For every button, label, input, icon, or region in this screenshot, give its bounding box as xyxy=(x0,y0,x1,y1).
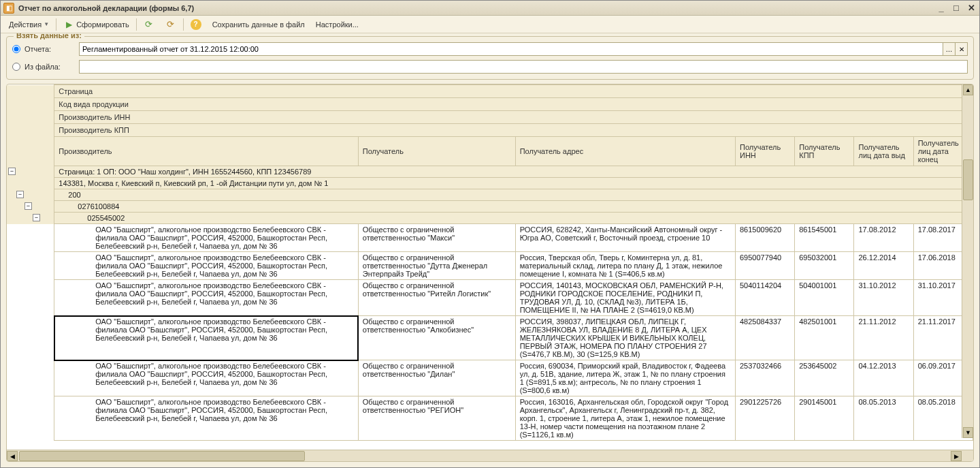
date-issued-cell[interactable]: 17.08.2012 xyxy=(854,224,913,252)
header-producer-kpp: Производитель КПП xyxy=(54,124,973,137)
form-label: Сформировать xyxy=(76,20,129,29)
data-grid: Страница Код вида продукции Производител… xyxy=(6,84,974,462)
header-page: Страница xyxy=(54,85,973,98)
header-recipient[interactable]: Получатель xyxy=(358,137,515,166)
recipient-cell[interactable]: Общество с ограниченной ответственностью… xyxy=(358,316,515,360)
window-title: Отчет по алкогольной декларации (формы 6… xyxy=(18,4,936,12)
help-button[interactable]: ? xyxy=(186,18,206,31)
inn-cell[interactable]: 2537032466 xyxy=(736,360,795,396)
addr-cell[interactable]: Россия, 690034, Приморский край, Владиво… xyxy=(515,360,735,396)
settings-label: Настройки... xyxy=(316,20,359,29)
header-producer[interactable]: Производитель xyxy=(54,137,358,166)
content-area: Взять данные из: Отчета: … ✕ Из файла: xyxy=(1,33,979,467)
producer-cell[interactable]: ОАО "Башспирт", алкогольное производство… xyxy=(54,224,358,252)
chevron-down-icon: ▼ xyxy=(44,21,49,27)
minimize-button[interactable]: _ xyxy=(936,3,947,14)
table-row[interactable]: ОАО "Башспирт", алкогольное производство… xyxy=(7,360,973,396)
radio-report[interactable] xyxy=(12,45,20,53)
tree-toggle[interactable]: − xyxy=(8,168,16,175)
separator xyxy=(136,18,137,31)
inn-cell[interactable]: 2901225726 xyxy=(736,396,795,441)
kpp-cell[interactable]: 695032001 xyxy=(795,252,854,280)
producer-cell[interactable]: ОАО "Башспирт", алкогольное производство… xyxy=(54,280,358,316)
header-recipient-inn[interactable]: Получатель ИНН xyxy=(736,137,795,166)
inn-cell[interactable]: 6950077940 xyxy=(736,252,795,280)
addr-cell[interactable]: РОССИЯ, 628242, Ханты-Мансийский Автоном… xyxy=(515,224,735,252)
addr-cell[interactable]: РОССИЯ, 140143, МОСКОВСКАЯ ОБЛ, РАМЕНСКИ… xyxy=(515,280,735,316)
date-issued-cell[interactable]: 31.10.2012 xyxy=(854,280,913,316)
refresh-2-button[interactable]: ⟳ xyxy=(161,18,180,31)
scroll-right-arrow[interactable]: ▶ xyxy=(951,451,962,461)
file-input[interactable] xyxy=(79,60,968,74)
group-code: 200 xyxy=(54,189,973,201)
kpp-cell[interactable]: 504001001 xyxy=(795,280,854,316)
titlebar: ◧ Отчет по алкогольной декларации (формы… xyxy=(1,1,979,16)
kpp-cell[interactable]: 482501001 xyxy=(795,316,854,360)
producer-cell[interactable]: ОАО "Башспирт", алкогольное производство… xyxy=(54,360,358,396)
grid-scroll[interactable]: Страница Код вида продукции Производител… xyxy=(7,84,973,450)
producer-cell[interactable]: ОАО "Башспирт", алкогольное производство… xyxy=(54,316,358,360)
inn-cell[interactable]: 4825084337 xyxy=(736,316,795,360)
separator xyxy=(183,18,184,31)
scroll-thumb[interactable] xyxy=(963,159,973,200)
table-row[interactable]: ОАО "Башспирт", алкогольное производство… xyxy=(7,280,973,316)
scroll-thumb[interactable] xyxy=(19,451,305,461)
horizontal-scrollbar[interactable]: ◀ ▶ xyxy=(7,450,973,461)
kpp-cell[interactable]: 861545001 xyxy=(795,224,854,252)
header-product-code: Код вида продукции xyxy=(54,98,973,111)
addr-cell[interactable]: Россия, Тверская обл, Тверь г, Коминтерн… xyxy=(515,252,735,280)
refresh-icon: ⟳ xyxy=(165,19,176,30)
date-issued-cell[interactable]: 04.12.2013 xyxy=(854,360,913,396)
producer-cell[interactable]: ОАО "Башспирт", алкогольное производство… xyxy=(54,252,358,280)
fieldset-legend: Взять данные из: xyxy=(14,33,84,40)
tree-cell xyxy=(7,224,54,252)
recipient-cell[interactable]: Общество с ограниченной ответственностью… xyxy=(358,252,515,280)
addr-cell[interactable]: Россия, 163016, Архангельская обл, Город… xyxy=(515,396,735,441)
close-button[interactable]: ✕ xyxy=(966,3,977,14)
table-row[interactable]: ОАО "Башспирт", алкогольное производство… xyxy=(7,252,973,280)
source-fieldset: Взять данные из: Отчета: … ✕ Из файла: xyxy=(6,36,974,80)
scroll-left-arrow[interactable]: ◀ xyxy=(7,451,18,461)
table-row[interactable]: ОАО "Башспирт", алкогольное производство… xyxy=(7,224,973,252)
tree-toggle[interactable]: − xyxy=(33,214,40,221)
actions-menu[interactable]: Действия ▼ xyxy=(5,18,53,31)
table-row[interactable]: ОАО "Башспирт", алкогольное производство… xyxy=(7,396,973,441)
report-input[interactable] xyxy=(79,42,943,56)
date-issued-cell[interactable]: 08.05.2013 xyxy=(854,396,913,441)
save-to-file-button[interactable]: Сохранить данные в файл xyxy=(208,18,309,31)
tree-cell xyxy=(7,280,54,316)
form-button[interactable]: ▶ Сформировать xyxy=(59,18,133,31)
maximize-button[interactable]: □ xyxy=(951,3,962,14)
header-recipient-kpp[interactable]: Получатель КПП xyxy=(795,137,854,166)
kpp-cell[interactable]: 290145001 xyxy=(795,396,854,441)
recipient-cell[interactable]: Общество с ограниченной ответственностью… xyxy=(358,224,515,252)
recipient-cell[interactable]: Общество с ограниченной ответственностью… xyxy=(358,280,515,316)
scroll-up-arrow[interactable]: ▲ xyxy=(963,84,973,95)
inn-cell[interactable]: 8615009620 xyxy=(736,224,795,252)
producer-cell[interactable]: ОАО "Башспирт", алкогольное производство… xyxy=(54,396,358,441)
recipient-cell[interactable]: Общество с ограниченной ответственностью… xyxy=(358,396,515,441)
vertical-scrollbar[interactable]: ▲ ▼ xyxy=(962,84,973,438)
header-recipient-addr[interactable]: Получатель адрес xyxy=(515,137,735,166)
settings-button[interactable]: Настройки... xyxy=(312,18,363,31)
actions-label: Действия xyxy=(9,20,42,29)
play-icon: ▶ xyxy=(63,19,74,30)
addr-cell[interactable]: РОССИЯ, 398037, ЛИПЕЦКАЯ ОБЛ, ЛИПЕЦК Г, … xyxy=(515,316,735,360)
ellipsis-button[interactable]: … xyxy=(943,42,956,56)
help-icon: ? xyxy=(191,19,201,30)
tree-cell xyxy=(7,360,54,396)
inn-cell[interactable]: 5040114204 xyxy=(736,280,795,316)
table-row[interactable]: ОАО "Башспирт", алкогольное производство… xyxy=(7,316,973,360)
scroll-down-arrow[interactable]: ▼ xyxy=(963,427,973,438)
recipient-cell[interactable]: Общество с ограниченной ответственностью… xyxy=(358,360,515,396)
date-issued-cell[interactable]: 26.12.2014 xyxy=(854,252,913,280)
kpp-cell[interactable]: 253645002 xyxy=(795,360,854,396)
tree-toggle[interactable]: − xyxy=(24,202,32,210)
header-date-issued[interactable]: Получатель лиц дата выд xyxy=(854,137,913,166)
refresh-1-button[interactable]: ⟳ xyxy=(140,18,159,31)
radio-file[interactable] xyxy=(12,63,20,71)
clear-button[interactable]: ✕ xyxy=(956,42,968,56)
tree-toggle[interactable]: − xyxy=(16,191,24,198)
date-issued-cell[interactable]: 21.11.2012 xyxy=(854,316,913,360)
radio-file-label: Из файла: xyxy=(24,63,75,71)
